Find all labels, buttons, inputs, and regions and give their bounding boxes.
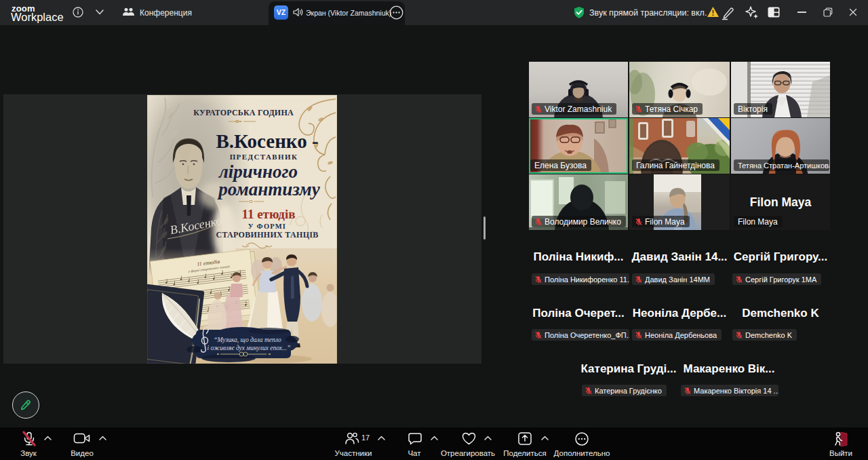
- svg-text:романтизму: романтизму: [217, 179, 320, 199]
- svg-text:В.Косенко -: В.Косенко -: [216, 130, 318, 152]
- svg-text:КУРАТОРСЬКА ГОДИНА: КУРАТОРСЬКА ГОДИНА: [193, 108, 294, 117]
- svg-text:“Музика, що дала тепло: “Музика, що дала тепло: [214, 337, 281, 343]
- svg-text:ПРЕДСТАВНИК: ПРЕДСТАВНИК: [230, 153, 298, 161]
- svg-text:11 етюдів: 11 етюдів: [241, 207, 295, 221]
- svg-text:і оживляє дух минулих епох...”: і оживляє дух минулих епох...”: [208, 345, 291, 351]
- svg-text:СТАРОВИННИХ ТАНЦІВ: СТАРОВИННИХ ТАНЦІВ: [216, 230, 318, 239]
- svg-text:У ФОРМІ: У ФОРМІ: [248, 223, 286, 230]
